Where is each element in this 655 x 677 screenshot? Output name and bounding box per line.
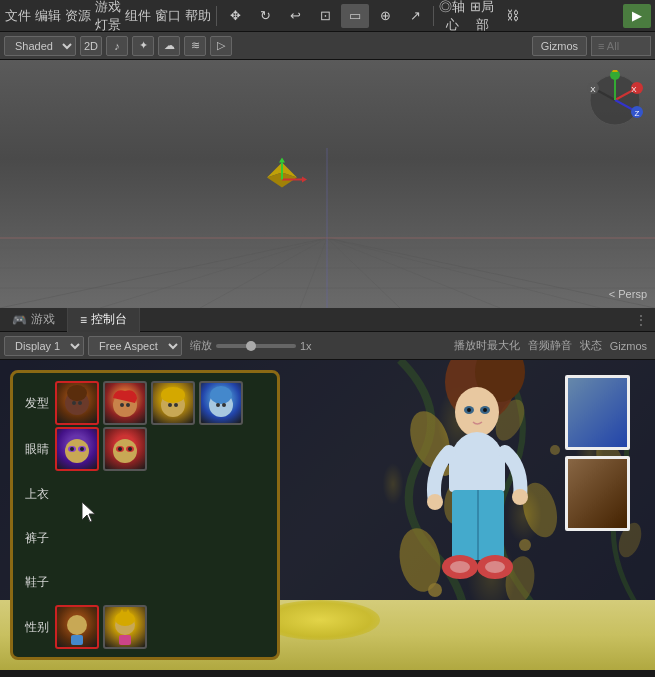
hair-option-2[interactable]: [103, 381, 147, 425]
local-btn[interactable]: ⊞局部: [468, 4, 496, 28]
svg-point-55: [161, 387, 185, 403]
move-btn[interactable]: ↗: [401, 4, 429, 28]
component-menu[interactable]: 组件: [124, 4, 152, 28]
scene-bar: Shaded 2D ♪ ✦ ☁ ≋ ▷ Gizmos: [0, 32, 655, 60]
svg-point-67: [113, 439, 137, 463]
svg-point-65: [70, 447, 74, 451]
effects-btn[interactable]: ✦: [132, 36, 154, 56]
help-menu[interactable]: 帮助: [184, 4, 212, 28]
scale-prefix: 缩放: [190, 338, 212, 353]
anim-btn[interactable]: ▷: [210, 36, 232, 56]
pants-label: 裤子: [21, 530, 49, 547]
svg-point-48: [67, 385, 87, 401]
eyes-option-2[interactable]: [103, 427, 147, 471]
mute-btn[interactable]: 音频静音: [528, 338, 572, 353]
scale-slider[interactable]: 缩放 1x: [190, 338, 312, 353]
svg-rect-73: [71, 635, 83, 645]
view-tabs: 🎮 游戏 ≡ 控制台 ⋮: [0, 308, 655, 332]
svg-point-60: [216, 403, 220, 407]
separator-2: [433, 6, 434, 26]
scale-btn[interactable]: ⊕: [371, 4, 399, 28]
rotate-btn[interactable]: ↻: [251, 4, 279, 28]
audio-btn[interactable]: ♪: [106, 36, 128, 56]
svg-marker-17: [302, 177, 307, 183]
top-row: 上衣: [21, 473, 269, 515]
svg-point-95: [485, 561, 505, 573]
svg-line-7: [200, 238, 327, 308]
game-tab[interactable]: 🎮 游戏: [0, 308, 68, 332]
link-btn[interactable]: ⛓: [498, 4, 526, 28]
play-button[interactable]: ▶: [623, 4, 651, 28]
svg-point-59: [210, 386, 232, 404]
hair-options: [55, 381, 243, 425]
tab-menu[interactable]: ⋮: [627, 308, 655, 332]
svg-rect-87: [449, 447, 505, 492]
svg-point-61: [222, 403, 226, 407]
scene-bar-right: Gizmos: [532, 36, 651, 56]
rect-btn[interactable]: ▭: [341, 4, 369, 28]
slider-thumb: [246, 341, 256, 351]
gizmos-dropdown[interactable]: Gizmos: [532, 36, 587, 56]
assets-menu[interactable]: 资源: [64, 4, 92, 28]
console-icon: ≡: [80, 313, 87, 327]
svg-point-52: [120, 403, 124, 407]
2d-toggle[interactable]: 2D: [80, 36, 102, 56]
axis-btn[interactable]: ◎轴心: [438, 4, 466, 28]
svg-marker-19: [279, 158, 285, 163]
scene-grid: [0, 148, 655, 308]
console-tab-label: 控制台: [91, 311, 127, 328]
svg-point-66: [80, 447, 84, 451]
scene-view: X X Z < Persp: [0, 60, 655, 308]
gender-row: 性别: [21, 605, 269, 649]
file-menu[interactable]: 文件: [4, 4, 32, 28]
hair-option-1[interactable]: [55, 381, 99, 425]
search-input[interactable]: [591, 36, 651, 56]
maximize-btn[interactable]: 播放时最大化: [454, 338, 520, 353]
transform-btn[interactable]: ✥: [221, 4, 249, 28]
hair-row: 发型: [21, 381, 269, 425]
eyes-option-1[interactable]: [55, 427, 99, 471]
svg-point-89: [512, 489, 528, 505]
svg-point-80: [455, 387, 499, 437]
sky-btn[interactable]: ☁: [158, 36, 180, 56]
character-panel: 发型: [10, 370, 280, 660]
game-gizmos-btn[interactable]: Gizmos: [610, 340, 647, 352]
status-btn[interactable]: 状态: [580, 338, 602, 353]
console-tab[interactable]: ≡ 控制台: [68, 308, 140, 332]
redo-btn[interactable]: ⊡: [311, 4, 339, 28]
aspect-dropdown[interactable]: Free Aspect: [88, 336, 182, 356]
gender-options: [55, 605, 147, 649]
display-dropdown[interactable]: Display 1: [4, 336, 84, 356]
svg-point-70: [118, 447, 122, 451]
svg-point-56: [168, 403, 172, 407]
fog-btn[interactable]: ≋: [184, 36, 206, 56]
gameobject-menu[interactable]: 游戏灯景: [94, 4, 122, 28]
character-svg: [405, 360, 555, 602]
svg-point-84: [483, 408, 487, 412]
hair-option-4[interactable]: [199, 381, 243, 425]
svg-line-8: [300, 238, 327, 308]
gender-option-1[interactable]: [55, 605, 99, 649]
svg-point-75: [115, 612, 135, 626]
svg-marker-32: [612, 70, 618, 72]
undo-btn[interactable]: ↩: [281, 4, 309, 28]
svg-text:X: X: [590, 85, 596, 94]
gender-label: 性别: [21, 619, 49, 636]
hair-option-3[interactable]: [151, 381, 195, 425]
gender-option-2[interactable]: [103, 605, 147, 649]
edit-menu[interactable]: 编辑: [34, 4, 62, 28]
persp-label: < Persp: [609, 288, 647, 300]
scene-object: [257, 158, 307, 211]
slider-track[interactable]: [216, 344, 296, 348]
svg-line-5: [327, 238, 655, 308]
eyes-label: 眼睛: [21, 441, 49, 458]
game-bar: Display 1 Free Aspect 缩放 1x 播放时最大化 音频静音 …: [0, 332, 655, 360]
svg-line-6: [100, 238, 327, 308]
wall-pic-1: [565, 375, 630, 450]
game-character: [405, 360, 555, 605]
window-menu[interactable]: 窗口: [154, 4, 182, 28]
svg-point-72: [67, 615, 87, 635]
svg-point-53: [126, 403, 130, 407]
scale-value: 1x: [300, 340, 312, 352]
shading-dropdown[interactable]: Shaded: [4, 36, 76, 56]
